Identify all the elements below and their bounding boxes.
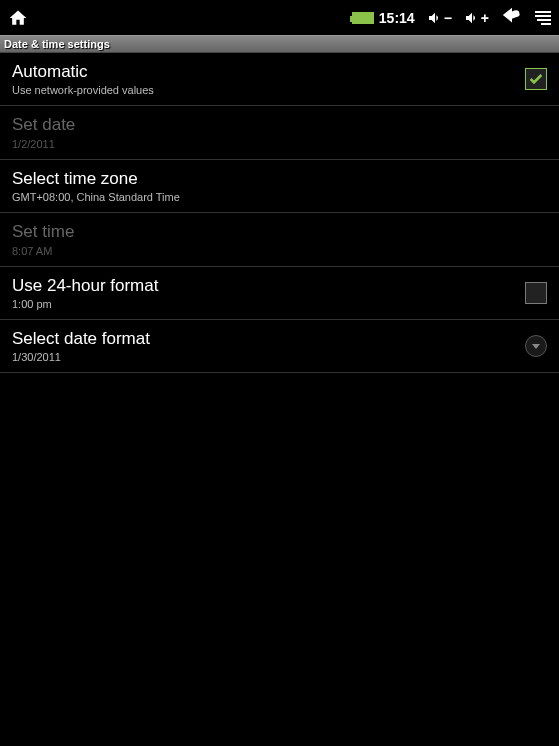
battery-icon xyxy=(352,12,374,24)
use-24h-checkbox[interactable] xyxy=(525,282,547,304)
volume-down-button[interactable]: − xyxy=(427,10,452,26)
item-title: Automatic xyxy=(12,62,525,82)
item-subtitle: 8:07 AM xyxy=(12,245,547,257)
item-subtitle: GMT+08:00, China Standard Time xyxy=(12,191,547,203)
battery-time-indicator: 15:14 xyxy=(352,10,415,26)
item-subtitle: 1/30/2011 xyxy=(12,351,525,363)
header-bar: Date & time settings xyxy=(0,35,559,53)
status-bar: 15:14 − + xyxy=(0,0,559,35)
back-icon[interactable] xyxy=(501,7,523,29)
automatic-item[interactable]: Automatic Use network-provided values xyxy=(0,53,559,106)
automatic-checkbox[interactable] xyxy=(525,68,547,90)
use-24h-item[interactable]: Use 24-hour format 1:00 pm xyxy=(0,267,559,320)
page-title: Date & time settings xyxy=(4,38,110,50)
item-title: Use 24-hour format xyxy=(12,276,525,296)
item-title: Set time xyxy=(12,222,547,242)
set-time-item: Set time 8:07 AM xyxy=(0,213,559,266)
volume-up-button[interactable]: + xyxy=(464,10,489,26)
clock-time: 15:14 xyxy=(379,10,415,26)
item-title: Select date format xyxy=(12,329,525,349)
select-date-format-item[interactable]: Select date format 1/30/2011 xyxy=(0,320,559,373)
item-subtitle: Use network-provided values xyxy=(12,84,525,96)
select-timezone-item[interactable]: Select time zone GMT+08:00, China Standa… xyxy=(0,160,559,213)
set-date-item: Set date 1/2/2011 xyxy=(0,106,559,159)
home-icon[interactable] xyxy=(8,8,340,28)
settings-list: Automatic Use network-provided values Se… xyxy=(0,53,559,373)
item-title: Select time zone xyxy=(12,169,547,189)
dropdown-icon xyxy=(525,335,547,357)
item-title: Set date xyxy=(12,115,547,135)
item-subtitle: 1:00 pm xyxy=(12,298,525,310)
menu-icon[interactable] xyxy=(535,11,551,25)
item-subtitle: 1/2/2011 xyxy=(12,138,547,150)
